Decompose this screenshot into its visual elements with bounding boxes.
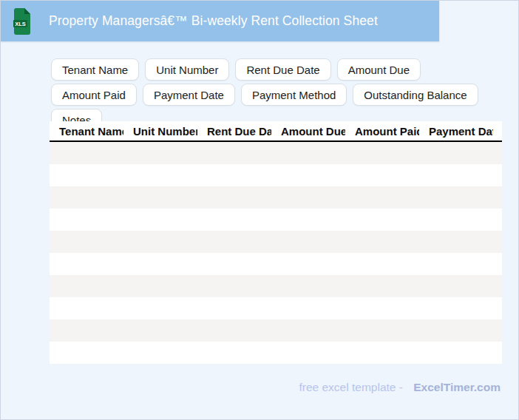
field-chip[interactable]: Tenant Name [51, 58, 139, 81]
table-header-row: Tenant Name Unit Number Rent Due Date Am… [50, 121, 502, 142]
page: XLS Property Managersâ€™ Bi-weekly Rent … [0, 0, 519, 420]
page-title: Property Managersâ€™ Bi-weekly Rent Coll… [49, 13, 378, 29]
xls-icon-label: XLS [15, 20, 26, 27]
table-row[interactable] [50, 142, 502, 164]
table-row[interactable] [50, 209, 502, 231]
footer-text: free excel template - [299, 381, 402, 393]
column-header: Payment Date [419, 121, 493, 140]
table-row[interactable] [50, 231, 502, 253]
field-chip[interactable]: Amount Due [337, 58, 421, 81]
table-body [50, 142, 502, 364]
table-row[interactable] [50, 297, 502, 319]
column-header: Tenant Name [50, 121, 123, 140]
field-chip[interactable]: Outstanding Balance [353, 84, 478, 106]
table-row[interactable] [50, 342, 502, 364]
xls-file-icon: XLS [13, 7, 31, 35]
title-bar: XLS Property Managersâ€™ Bi-weekly Rent … [1, 1, 439, 41]
rent-collection-table: Tenant Name Unit Number Rent Due Date Am… [50, 121, 502, 364]
field-chip[interactable]: Payment Date [143, 84, 235, 106]
table-row[interactable] [50, 319, 502, 342]
column-header: Rent Due Date [197, 121, 271, 140]
column-header: Amount Paid [345, 121, 419, 140]
field-chip[interactable]: Amount Paid [51, 84, 137, 106]
footer-brand-link[interactable]: ExcelTimer.com [413, 381, 501, 393]
field-chip[interactable]: Rent Due Date [235, 58, 330, 81]
field-chip[interactable]: Unit Number [145, 58, 229, 81]
table-row[interactable] [50, 253, 502, 275]
column-header: Unit Number [123, 121, 197, 140]
table-row[interactable] [50, 186, 502, 209]
field-chip[interactable]: Payment Method [241, 84, 347, 106]
field-chip-list: Tenant Name Unit Number Rent Due Date Am… [51, 58, 478, 131]
footer-credit: free excel template - ExcelTimer.com [299, 381, 501, 394]
table-row[interactable] [50, 164, 502, 186]
column-header: Amount Due [271, 121, 345, 140]
table-row[interactable] [50, 275, 502, 297]
